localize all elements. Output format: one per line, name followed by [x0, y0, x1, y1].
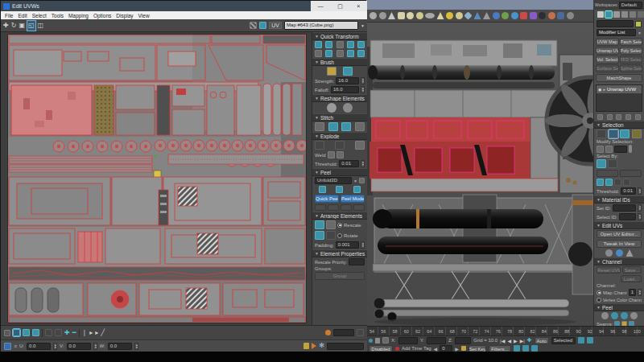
zoom-extents-icon[interactable] [587, 337, 593, 343]
remove-modifier-icon[interactable] [625, 114, 631, 120]
rotate-90-cw-icon[interactable] [336, 50, 344, 57]
map-channel-radio[interactable] [597, 290, 601, 295]
selection-capsule[interactable] [629, 145, 632, 153]
track-bar[interactable]: 5456586062646668707274767880828486889092… [366, 326, 644, 335]
y-coordinate-field[interactable] [427, 337, 446, 344]
menu-item[interactable]: Display [114, 13, 135, 19]
workspaces-selector[interactable]: Workspaces: Default [593, 0, 644, 10]
show-map-checker-icon[interactable] [250, 22, 257, 29]
modifier-stack[interactable]: ◉ ▸ Unwrap UVW [596, 84, 642, 112]
auto-pin-icon[interactable] [353, 186, 361, 193]
menu-item[interactable]: Edit [15, 13, 29, 19]
selection-filter-dropdown[interactable]: Selected [551, 337, 576, 344]
grow-selection-icon[interactable] [597, 146, 604, 153]
expand-icon[interactable]: ▸ [603, 87, 605, 92]
pack-custom-icon[interactable] [357, 50, 365, 57]
break-by-smoothing-icon[interactable] [315, 141, 324, 150]
pelt-map-icon[interactable] [621, 312, 628, 319]
expand-plus-icon[interactable] [597, 179, 604, 186]
rollout-edit-uvs[interactable]: ▼ Edit UVs [594, 221, 644, 229]
modbtn[interactable]: Unwrap UVW [596, 47, 619, 55]
select-element-icon[interactable] [632, 130, 642, 138]
menu-item[interactable]: View [136, 13, 152, 19]
lock-selection-icon[interactable] [303, 343, 309, 349]
freeform-tool-icon[interactable]: ◱ [27, 21, 35, 31]
threshold-field[interactable]: 0.01 [621, 187, 636, 195]
map-channel-field[interactable]: 1 [629, 289, 636, 296]
uv-space-toggle[interactable]: UV [269, 22, 282, 29]
map-channel-spinner[interactable] [638, 289, 642, 296]
next-frame-icon[interactable]: ▶| [520, 338, 525, 343]
rollout-peel[interactable]: ▼ Peel [594, 303, 644, 311]
pack-normalize-icon[interactable] [315, 220, 324, 229]
lock-icon[interactable] [375, 338, 380, 343]
add-time-tag-label[interactable]: Add Time Tag [402, 346, 431, 351]
modbtn[interactable]: Vol. Select [596, 56, 619, 64]
pack-together-icon[interactable] [326, 220, 336, 229]
mt-icon[interactable] [456, 12, 463, 19]
maximize-viewport-icon[interactable] [531, 345, 538, 352]
show-end-result-icon[interactable] [607, 114, 613, 120]
configure-stack-icon[interactable] [635, 114, 641, 120]
pack-region-icon[interactable] [326, 231, 336, 240]
snowflake-freeze-icon[interactable]: ✻ [319, 343, 324, 349]
relax-brush-icon[interactable] [343, 67, 353, 76]
mt-icon[interactable] [416, 12, 423, 19]
grow-selection-plus-icon[interactable]: ✚ [64, 329, 70, 336]
weld-all-icon[interactable] [336, 151, 344, 158]
tab-hierarchy[interactable] [613, 11, 620, 18]
pack-full-icon[interactable] [315, 231, 324, 240]
peel-mode-button[interactable]: Peel Mode [341, 195, 365, 203]
coordinate-grid-icon[interactable] [382, 337, 389, 343]
pin-tool-icon[interactable] [319, 186, 326, 193]
stitch-source-icon[interactable] [328, 122, 338, 131]
mt-icon[interactable] [474, 12, 481, 19]
open-uv-editor-button[interactable]: Open UV Editor... [597, 230, 642, 238]
select-by-button-2[interactable] [620, 170, 642, 177]
uv-status-dropdown[interactable] [327, 343, 364, 350]
peel-reset-button[interactable] [315, 204, 326, 211]
mt-icon[interactable] [379, 12, 386, 19]
menu-item[interactable]: File [2, 13, 15, 19]
tab-display[interactable] [630, 11, 636, 18]
tab-create[interactable] [597, 11, 604, 18]
rollout-peel-uv[interactable]: ▼ Peel [312, 168, 367, 176]
peel-edge-button[interactable] [341, 204, 352, 211]
set-id-spinner[interactable] [638, 204, 642, 212]
object-color-swatch[interactable] [635, 21, 642, 27]
matchshape-button[interactable]: MatchShape [596, 74, 642, 82]
save-button[interactable]: Save... [622, 266, 642, 274]
selection-lock-dot-icon[interactable] [369, 339, 373, 343]
stitch-average-icon[interactable] [341, 122, 351, 131]
weld-selected-icon[interactable] [328, 151, 335, 158]
uv-face-icon[interactable] [616, 249, 623, 257]
make-unique-icon[interactable] [616, 114, 621, 120]
modifier-list-dropdown[interactable]: Modifier List [597, 29, 636, 36]
absolute-offset-toggle-icon[interactable] [4, 343, 11, 350]
relax-icon[interactable] [343, 103, 353, 113]
set-key-plus-icon[interactable]: ✚ [527, 337, 532, 343]
vertex-mode-icon[interactable] [13, 329, 20, 336]
paint-move-brush-icon[interactable] [327, 67, 336, 76]
strength-field[interactable]: 16.0 [336, 77, 359, 84]
explode-threshold-spinner[interactable] [361, 160, 365, 167]
scale-tool-icon[interactable]: ▣ [19, 21, 25, 31]
edit-uvws-titlebar[interactable]: Edit UVWs — ▢ × [1, 1, 367, 11]
rollout-brush[interactable]: ▼ Brush [312, 58, 367, 66]
align-horizontal-icon[interactable] [315, 41, 322, 48]
contract-minus-icon[interactable] [605, 179, 613, 186]
rollout-arrange-elements[interactable]: ▼ Arrange Elements [312, 212, 367, 220]
mt-icon[interactable] [493, 12, 500, 19]
tweak-in-view-button[interactable]: Tweak In View [597, 240, 642, 248]
paint-select-icon[interactable]: ╱ [101, 329, 105, 336]
maximize-button[interactable]: ▢ [337, 3, 343, 10]
relax-until-flat-icon[interactable] [327, 103, 336, 113]
select-id-spinner[interactable] [638, 213, 642, 220]
set-id-field[interactable] [613, 204, 636, 212]
grid-toggle-icon[interactable] [357, 329, 364, 336]
v-field[interactable]: 0.0 [67, 343, 91, 350]
mt-icon[interactable] [502, 12, 509, 19]
mt-icon[interactable] [464, 11, 472, 19]
select-by-planar-icon[interactable] [597, 159, 606, 168]
mt-icon[interactable] [483, 12, 490, 19]
